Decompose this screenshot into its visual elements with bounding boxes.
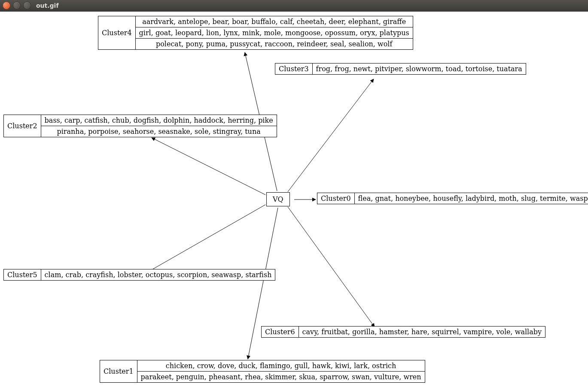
diagram-canvas: VQ Cluster0 flea, gnat, honeybee, housef… (0, 12, 588, 387)
window-titlebar: out.gif (0, 0, 588, 12)
node-cluster3: Cluster3 frog, frog, newt, pitviper, slo… (275, 63, 526, 75)
cluster1-row1: parakeet, penguin, pheasant, rhea, skimm… (137, 372, 425, 383)
cluster5-row0: clam, crab, crayfish, lobster, octopus, … (41, 269, 275, 281)
edge-vq-c5 (145, 205, 265, 274)
node-vq: VQ (266, 192, 290, 206)
node-cluster2: Cluster2 bass, carp, catfish, chub, dogf… (3, 115, 277, 137)
close-icon[interactable] (3, 2, 10, 9)
cluster6-label: Cluster6 (262, 327, 299, 338)
node-cluster6: Cluster6 cavy, fruitbat, gorilla, hamste… (261, 326, 545, 338)
maximize-icon[interactable] (23, 2, 31, 9)
cluster3-label: Cluster3 (275, 63, 313, 75)
node-vq-label: VQ (273, 195, 283, 203)
minimize-icon[interactable] (13, 2, 21, 9)
cluster4-row1: girl, goat, leopard, lion, lynx, mink, m… (135, 27, 413, 39)
node-cluster0: Cluster0 flea, gnat, honeybee, housefly,… (317, 193, 588, 204)
edge-vq-c3 (288, 79, 374, 192)
cluster4-row2: polecat, pony, puma, pussycat, raccoon, … (135, 39, 413, 50)
cluster2-row0: bass, carp, catfish, chub, dogfish, dolp… (41, 115, 277, 126)
cluster1-row0: chicken, crow, dove, duck, flamingo, gul… (137, 360, 425, 372)
cluster0-row0: flea, gnat, honeybee, housefly, ladybird… (354, 193, 588, 204)
cluster5-label: Cluster5 (4, 269, 41, 281)
cluster2-label: Cluster2 (4, 115, 41, 137)
node-cluster4: Cluster4 aardvark, antelope, bear, boar,… (98, 16, 413, 50)
edge-vq-c2 (152, 138, 265, 195)
cluster4-row0: aardvark, antelope, bear, boar, buffalo,… (135, 16, 413, 27)
cluster1-label: Cluster1 (100, 360, 137, 383)
cluster2-row1: piranha, porpoise, seahorse, seasnake, s… (41, 126, 277, 137)
cluster3-row0: frog, frog, newt, pitviper, slowworm, to… (312, 63, 526, 75)
cluster6-row0: cavy, fruitbat, gorilla, hamster, hare, … (299, 327, 545, 338)
cluster4-label: Cluster4 (98, 16, 136, 50)
cluster0-label: Cluster0 (317, 193, 355, 204)
node-cluster5: Cluster5 clam, crab, crayfish, lobster, … (3, 269, 275, 281)
window-title: out.gif (36, 2, 59, 9)
edge-vq-c6 (288, 207, 375, 327)
node-cluster1: Cluster1 chicken, crow, dove, duck, flam… (100, 360, 425, 383)
